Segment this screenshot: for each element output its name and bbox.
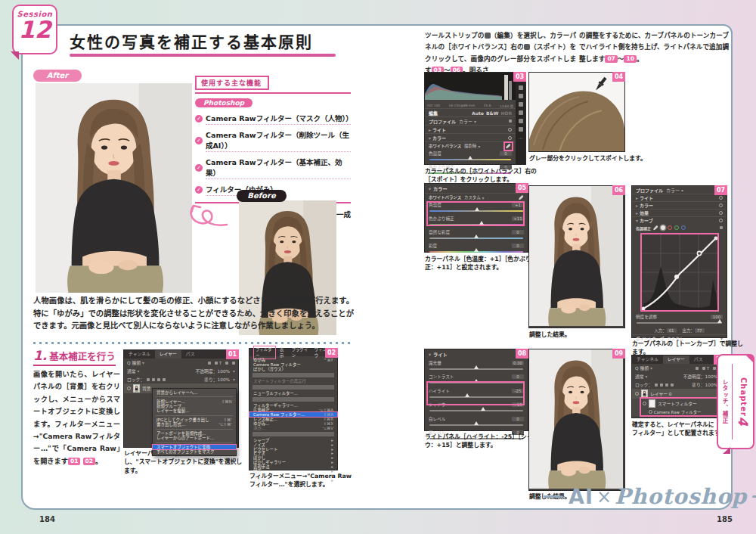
search-icon[interactable]: Q <box>635 366 639 371</box>
panel-tab[interactable]: レイヤー <box>155 350 181 359</box>
more-options-icon[interactable]: ⋯ <box>519 135 523 141</box>
slider-row[interactable]: コントラスト0 <box>425 373 528 387</box>
visibility-eye-icon[interactable] <box>649 410 652 414</box>
kind-filter-icon[interactable] <box>696 367 699 370</box>
effect-filter-icon[interactable] <box>702 367 705 370</box>
effect-filter-icon[interactable] <box>215 362 218 365</box>
slider-row[interactable]: 彩度0 <box>425 242 528 256</box>
menu-bar-item[interactable]: プラグイン <box>292 346 310 359</box>
white-balance-eyedropper-highlight[interactable] <box>505 143 512 150</box>
layer-row[interactable]: レイヤー 0 <box>632 389 726 399</box>
section-eye-icon[interactable] <box>508 136 512 140</box>
output-value[interactable]: 77 <box>695 328 705 333</box>
fill-field[interactable]: 塗り：100% <box>692 381 717 388</box>
menu-item[interactable]: 消点... ⌥⌘V <box>249 426 337 430</box>
filter-mask-thumbnail[interactable] <box>649 399 655 408</box>
slider-row[interactable]: 色温度0 <box>425 150 516 163</box>
profile-value[interactable]: カラー <box>666 187 680 194</box>
bw-button[interactable]: B&W <box>486 110 498 116</box>
slider-thumb[interactable] <box>481 407 485 411</box>
shape-filter-icon[interactable] <box>225 362 228 365</box>
section-row[interactable]: ▸効果 <box>632 209 727 216</box>
search-filter[interactable]: 種類 <box>132 359 141 366</box>
menu-item[interactable] <box>253 385 334 390</box>
smart-filter-icon[interactable] <box>232 362 235 365</box>
channel-blue-icon[interactable] <box>681 225 686 230</box>
eyedropper-icon[interactable] <box>519 195 524 200</box>
camera-raw-filter-row[interactable]: Camera Raw フィルター <box>632 408 726 416</box>
menu-item[interactable] <box>253 432 334 436</box>
section-eye-icon[interactable] <box>719 203 723 207</box>
smart-filter-row[interactable]: スマートフィルター <box>632 399 726 408</box>
menu-item[interactable]: スマートフィルターの再実行 <box>249 379 337 383</box>
white-balance-value[interactable]: 撮影時 <box>464 143 476 149</box>
panel-tab[interactable]: レイヤー <box>663 355 689 364</box>
context-menu-item[interactable]: 背景からレイヤーへ... <box>153 390 236 395</box>
shape-filter-icon[interactable] <box>713 367 716 370</box>
curve-section-row[interactable]: ▾カーブ <box>632 216 727 224</box>
slider-thumb[interactable] <box>479 221 484 225</box>
slider-row[interactable]: 露光量0.00 <box>425 359 528 373</box>
panel-tab[interactable]: パス <box>181 350 200 359</box>
lock-paint-icon[interactable] <box>152 378 155 381</box>
slider-thumb[interactable] <box>474 365 479 369</box>
slider-thumb[interactable] <box>474 421 479 425</box>
slider-row[interactable]: 自然な彩度0 <box>425 228 528 242</box>
visibility-eye-icon[interactable] <box>643 402 646 405</box>
eyedropper-icon[interactable] <box>653 225 658 231</box>
context-menu-item[interactable]: すべてのオブジェクトをマスク <box>153 449 236 454</box>
layer-name[interactable]: レイヤー 0 <box>650 390 672 397</box>
menu-item[interactable]: ニューラルフィルター... <box>249 391 337 396</box>
layer-thumbnail[interactable] <box>133 384 140 393</box>
zoom-tool-icon[interactable] <box>519 127 523 132</box>
context-menu-item[interactable]: レイヤーからのアートボード... <box>153 436 236 440</box>
mask-tool-icon[interactable] <box>519 102 523 107</box>
section-eye-icon[interactable] <box>508 128 512 132</box>
context-menu-item[interactable] <box>156 429 233 430</box>
opacity-field[interactable]: 不透明度：100% <box>196 368 231 374</box>
context-menu-item[interactable] <box>156 415 233 416</box>
target-adjust-icon[interactable] <box>720 226 723 229</box>
type-filter-icon[interactable]: T <box>707 366 709 371</box>
section-eye-icon[interactable] <box>719 196 723 200</box>
brightness-slider[interactable]: 明度を調整100 <box>632 313 727 327</box>
section-eye-icon[interactable] <box>719 219 723 222</box>
lock-transparent-icon[interactable] <box>147 378 150 381</box>
section-row[interactable]: ▸ライト <box>632 194 727 201</box>
channel-green-icon[interactable] <box>674 225 679 230</box>
search-filter[interactable]: 種類 <box>640 365 649 371</box>
opacity-field[interactable]: 不透明度：100% <box>683 373 718 380</box>
section-eye-icon[interactable] <box>719 211 723 215</box>
slider-thumb[interactable] <box>475 207 479 211</box>
profile-browser-icon[interactable] <box>509 120 512 123</box>
panel-tab[interactable]: チャンネル <box>632 355 663 364</box>
fill-field[interactable]: 塗り：100% <box>204 376 230 383</box>
hdr-button[interactable]: HDR <box>500 110 512 116</box>
kind-filter-icon[interactable] <box>208 362 211 365</box>
context-menu-item[interactable]: レイヤーを複製... <box>153 408 236 413</box>
panel-tab[interactable]: パス <box>689 355 708 364</box>
slider-thumb[interactable] <box>474 379 479 383</box>
lock-move-icon[interactable] <box>157 378 160 381</box>
preset-tool-icon[interactable] <box>519 119 523 123</box>
slider-row[interactable]: 色かぶり補正+11 <box>425 215 528 228</box>
section-row[interactable]: ▸カラー <box>632 201 727 209</box>
lock-all-icon[interactable] <box>163 378 166 381</box>
tone-curve-graph[interactable] <box>642 234 717 310</box>
type-filter-icon[interactable]: T <box>219 361 222 365</box>
redeye-tool-icon[interactable] <box>519 110 523 115</box>
auto-button[interactable]: Auto <box>472 110 484 116</box>
panel-tab[interactable]: チャンネル <box>124 350 155 359</box>
heal-tool-icon[interactable] <box>519 94 523 98</box>
light-section-row[interactable]: ▸ライト <box>425 125 516 133</box>
lock-all-icon[interactable] <box>671 383 674 387</box>
slider-row[interactable]: 色温度+1 <box>425 201 528 215</box>
layer-thumbnail[interactable] <box>641 390 648 398</box>
channel-red-icon[interactable] <box>668 225 672 230</box>
slider-row[interactable]: 白レベル0 <box>425 414 528 429</box>
visibility-eye-icon[interactable] <box>635 392 639 396</box>
slider-thumb[interactable] <box>474 248 479 252</box>
slider-thumb[interactable] <box>717 319 722 323</box>
slider-thumb[interactable] <box>468 156 472 160</box>
slider-row[interactable]: ハイライト-25 <box>425 387 528 401</box>
